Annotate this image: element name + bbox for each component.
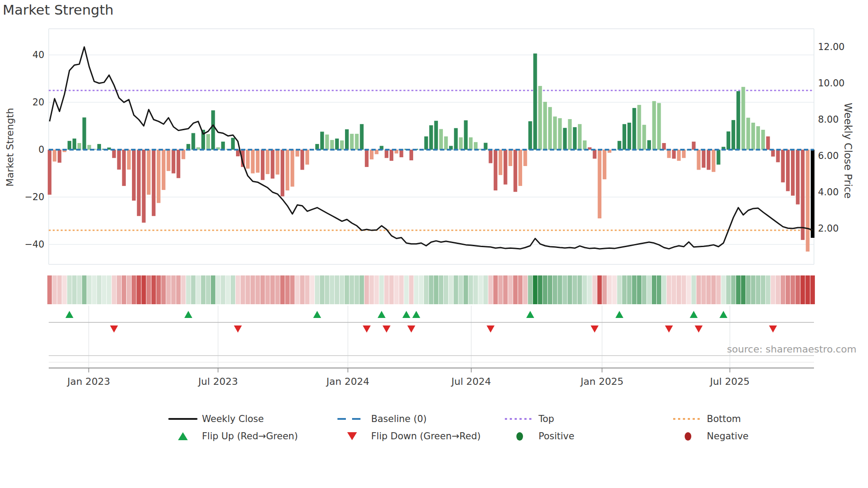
flip-down-marker [363,325,371,333]
svg-text:2.00: 2.00 [818,223,839,234]
svg-text:−40: −40 [25,239,44,250]
svg-text:40: 40 [32,50,44,60]
svg-text:20: 20 [32,97,44,108]
flip-down-marker [407,325,415,333]
svg-text:−20: −20 [25,192,44,202]
flip-down-marker [665,325,673,333]
flip-down-marker [695,325,703,333]
right-axis-title: Weekly Close Price [842,71,854,230]
svg-text:10.00: 10.00 [818,78,845,89]
svg-text:12.00: 12.00 [818,42,845,52]
svg-text:Jul 2023: Jul 2023 [198,376,238,387]
svg-text:6.00: 6.00 [818,151,839,161]
svg-text:Jul 2024: Jul 2024 [450,376,491,387]
svg-text:Jan 2025: Jan 2025 [580,376,624,387]
chart-canvas: 40200−20−4012.0010.008.006.004.002.00Jan… [0,0,868,488]
flip-up-marker [378,311,386,318]
source-attribution: source: sharemaestro.com [727,344,856,355]
flip-up-marker [720,311,728,318]
svg-text:Jan 2024: Jan 2024 [326,376,369,387]
flip-down-marker [487,325,495,333]
flip-down-marker [234,325,242,333]
flip-down-marker [110,325,118,333]
svg-text:0: 0 [39,144,44,155]
flip-up-marker [616,311,624,318]
flip-up-marker [690,311,698,318]
flip-down-marker [769,325,777,333]
flip-down-marker [591,325,599,333]
flip-up-marker [313,311,321,318]
flip-down-marker [383,325,391,333]
svg-text:Jul 2025: Jul 2025 [709,376,750,387]
flip-up-marker [526,311,534,318]
svg-text:4.00: 4.00 [818,187,839,198]
chart-page: Market Strength Market Strength 40200−20… [0,0,868,488]
svg-text:8.00: 8.00 [818,114,839,125]
flip-up-marker [184,311,192,318]
flip-up-marker [403,311,411,318]
svg-text:Jan 2023: Jan 2023 [66,376,110,387]
flip-up-marker [66,311,74,318]
flip-up-marker [412,311,420,318]
